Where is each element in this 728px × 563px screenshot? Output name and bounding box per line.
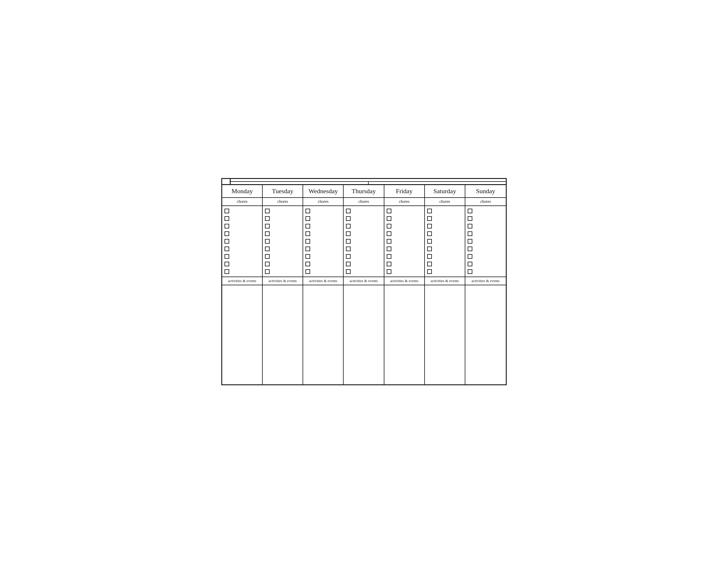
chore-checkbox-row (468, 238, 503, 244)
chore-checkbox[interactable] (265, 246, 270, 251)
chore-checkbox[interactable] (387, 216, 391, 221)
chore-checkbox[interactable] (427, 246, 432, 251)
chore-checkbox[interactable] (265, 224, 270, 228)
chore-checkbox[interactable] (427, 224, 432, 228)
chore-checkbox[interactable] (346, 239, 351, 243)
chore-checkbox-row (427, 208, 462, 214)
chore-checkbox[interactable] (305, 224, 310, 228)
chore-checkbox[interactable] (225, 246, 229, 251)
chore-checkbox[interactable] (305, 262, 310, 266)
chore-checkbox-row (387, 223, 422, 229)
chore-checkbox[interactable] (346, 216, 351, 221)
chore-checkbox-row (387, 268, 422, 275)
chore-checkbox[interactable] (225, 209, 229, 213)
chore-checkbox[interactable] (305, 239, 310, 243)
activity-column-saturday[interactable] (425, 285, 465, 384)
chore-checkbox[interactable] (346, 224, 351, 228)
chore-checkbox[interactable] (265, 209, 270, 213)
chore-checkbox[interactable] (427, 216, 432, 221)
chore-checkbox-row (468, 223, 503, 229)
chore-checkbox-row (265, 246, 300, 252)
chore-checkbox-row (387, 253, 422, 259)
chore-checkbox[interactable] (225, 254, 229, 259)
chore-checkbox-row (387, 261, 422, 267)
chore-checkbox[interactable] (305, 216, 310, 221)
chore-checkbox[interactable] (225, 262, 229, 266)
schedule-container: MondayTuesdayWednesdayThursdayFridaySatu… (221, 178, 507, 385)
chore-checkbox-row (346, 208, 381, 214)
chore-checkbox[interactable] (468, 262, 472, 266)
chore-checkbox[interactable] (387, 209, 391, 213)
chore-checkbox[interactable] (468, 224, 472, 228)
chore-checkbox[interactable] (346, 231, 351, 236)
chore-checkbox[interactable] (427, 239, 432, 243)
chore-checkbox[interactable] (387, 239, 391, 243)
chore-checkbox-row (427, 268, 462, 275)
chore-checkbox[interactable] (265, 269, 270, 274)
chore-checkbox[interactable] (427, 254, 432, 259)
title-block (222, 179, 231, 184)
chore-checkbox[interactable] (427, 209, 432, 213)
chore-checkbox[interactable] (387, 231, 391, 236)
chore-checkbox[interactable] (346, 254, 351, 259)
day-cell-thursday: Thursday (344, 185, 384, 197)
chore-checkbox[interactable] (387, 246, 391, 251)
copyright-bar (231, 179, 506, 182)
chore-checkbox[interactable] (305, 209, 310, 213)
chore-checkbox[interactable] (387, 269, 391, 274)
chore-checkbox[interactable] (468, 254, 472, 259)
chore-checkbox[interactable] (346, 269, 351, 274)
chore-checkbox-row (225, 223, 260, 229)
activity-label-thursday: activities & events (344, 277, 384, 285)
chore-checkbox[interactable] (305, 269, 310, 274)
chore-checkbox-row (305, 215, 341, 222)
header (222, 179, 506, 185)
chore-checkbox[interactable] (468, 246, 472, 251)
chore-checkbox[interactable] (468, 231, 472, 236)
chore-checkbox[interactable] (265, 239, 270, 243)
chore-checkbox[interactable] (346, 246, 351, 251)
day-cell-saturday: Saturday (425, 185, 465, 197)
chore-checkbox[interactable] (427, 262, 432, 266)
activity-column-tuesday[interactable] (263, 285, 303, 384)
chore-checkbox-row (265, 230, 300, 237)
activity-column-monday[interactable] (222, 285, 263, 384)
chore-checkbox[interactable] (305, 254, 310, 259)
chore-column-friday (384, 206, 425, 276)
chore-checkbox[interactable] (305, 246, 310, 251)
chore-label-sunday: chores (465, 198, 506, 205)
chore-checkbox-row (225, 215, 260, 222)
chore-checkbox[interactable] (346, 209, 351, 213)
chore-checkbox[interactable] (468, 269, 472, 274)
activity-column-wednesday[interactable] (303, 285, 344, 384)
chore-checkbox[interactable] (387, 262, 391, 266)
chore-checkbox[interactable] (225, 269, 229, 274)
chore-checkbox[interactable] (427, 269, 432, 274)
chore-checkbox-row (265, 253, 300, 259)
chore-checkbox[interactable] (346, 262, 351, 266)
chore-checkbox[interactable] (265, 231, 270, 236)
chore-checkbox[interactable] (265, 262, 270, 266)
chore-checkbox[interactable] (225, 239, 229, 243)
chore-checkbox-row (225, 230, 260, 237)
activity-label-saturday: activities & events (425, 277, 465, 285)
chore-checkbox[interactable] (305, 231, 310, 236)
chore-checkbox[interactable] (265, 216, 270, 221)
activity-column-friday[interactable] (384, 285, 425, 384)
chore-checkbox-row (468, 208, 503, 214)
chore-checkbox[interactable] (387, 254, 391, 259)
chore-checkbox[interactable] (427, 231, 432, 236)
chore-checkbox[interactable] (468, 239, 472, 243)
chore-checkbox[interactable] (225, 224, 229, 228)
activity-column-sunday[interactable] (465, 285, 506, 384)
header-right (231, 179, 506, 184)
chore-checkbox[interactable] (387, 224, 391, 228)
chore-checkbox[interactable] (225, 231, 229, 236)
chore-checkbox[interactable] (265, 254, 270, 259)
chore-checkbox[interactable] (468, 216, 472, 221)
chore-checkbox-row (427, 253, 462, 259)
activity-column-thursday[interactable] (344, 285, 384, 384)
chore-checkbox[interactable] (468, 209, 472, 213)
chore-checkbox[interactable] (225, 216, 229, 221)
chore-checkbox-row (265, 261, 300, 267)
